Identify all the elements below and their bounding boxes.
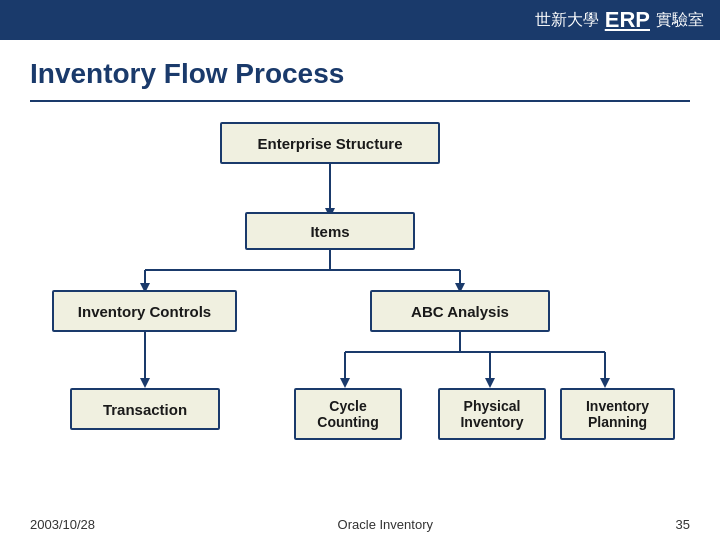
enterprise-structure-node: Enterprise Structure [220,122,440,164]
header-bar: 世新大學 ERP 實驗室 [0,0,720,40]
items-node: Items [245,212,415,250]
transaction-node: Transaction [70,388,220,430]
title-divider [30,100,690,102]
header-lab: 實驗室 [656,10,704,31]
inventory-planning-node: InventoryPlanning [560,388,675,440]
svg-marker-20 [600,378,610,388]
physical-inventory-node: PhysicalInventory [438,388,546,440]
footer-page: 35 [676,517,690,532]
flow-diagram: Enterprise Structure Items Inventory Con… [30,112,690,502]
svg-marker-17 [485,378,495,388]
svg-marker-14 [340,378,350,388]
abc-analysis-node: ABC Analysis [370,290,550,332]
header-erp: ERP [605,7,650,33]
footer-date: 2003/10/28 [30,517,95,532]
svg-marker-10 [140,378,150,388]
inventory-controls-node: Inventory Controls [52,290,237,332]
page-title: Inventory Flow Process [0,40,720,100]
footer: 2003/10/28 Oracle Inventory 35 [0,517,720,532]
footer-source: Oracle Inventory [338,517,433,532]
cycle-counting-node: CycleCounting [294,388,402,440]
header-univ: 世新大學 [535,10,599,31]
